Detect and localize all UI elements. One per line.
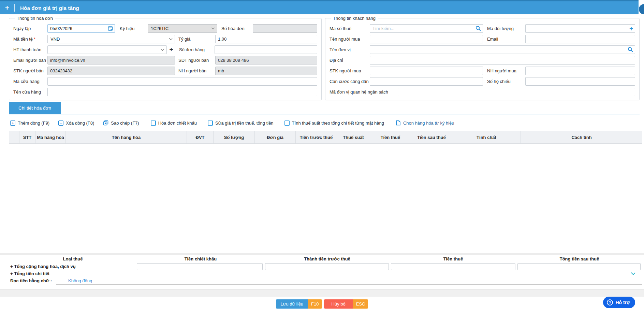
delete-row-label: Xóa dòng (F8)	[66, 120, 94, 126]
items-table-header: STT Mã hàng hóa Tên hàng hóa ĐVT Số lượn…	[9, 131, 642, 144]
expand-detail-chevron-icon[interactable]	[631, 271, 635, 275]
address-label: Địa chỉ	[330, 58, 370, 63]
add-row-button[interactable]: + Thêm dòng (F9)	[10, 120, 49, 126]
tax-total-input[interactable]	[391, 263, 515, 270]
payment-method-select[interactable]	[47, 45, 167, 54]
company-name-label: Tên đơn vị	[330, 47, 370, 52]
copy-row-button[interactable]: Sao chép (F7)	[103, 120, 139, 126]
store-code-input[interactable]	[47, 77, 317, 86]
citizen-id-input[interactable]	[370, 77, 483, 86]
seller-account-label: STK người bán	[13, 68, 47, 73]
copy-row-label: Sao chép (F7)	[111, 120, 139, 126]
header-cell-item-code: Mã hàng hóa	[35, 131, 66, 143]
add-payment-method-button[interactable]: +	[167, 46, 176, 53]
help-button[interactable]: ? Hỗ trợ	[603, 297, 635, 308]
row-payment-order: HT thanh toán + Số đơn hàng	[13, 45, 317, 54]
delete-row-button[interactable]: − Xóa dòng (F8)	[58, 120, 94, 126]
total-detail-label: + Tổng tiền chi tiết	[10, 271, 49, 276]
order-number-label: Số đơn hàng	[176, 47, 215, 52]
pick-goods-label: Chọn hàng hóa từ ký hiệu	[403, 120, 454, 126]
document-icon	[396, 120, 401, 126]
discount-total-input[interactable]	[137, 263, 263, 270]
chevron-down-icon	[161, 47, 164, 51]
discount-invoice-option: Hóa đơn chiết khấu	[151, 120, 197, 126]
buyer-email-input[interactable]	[525, 35, 635, 43]
invoice-number-input	[253, 24, 317, 33]
tax-by-total-option: Tính thuế suất theo tổng chi tiết từng m…	[284, 120, 384, 126]
calendar-icon[interactable]	[108, 26, 113, 31]
passport-label: Số hộ chiếu	[483, 79, 525, 84]
add-invoice-tab-button[interactable]: +	[0, 4, 14, 12]
tax-code-search-input[interactable]	[370, 24, 483, 33]
buyer-account-input[interactable]	[370, 67, 483, 75]
address-input[interactable]	[370, 56, 635, 65]
tax-code-label: Mã số thuế	[330, 26, 370, 31]
header-cell-property: Tính chất	[452, 131, 521, 143]
store-name-input[interactable]	[47, 88, 317, 96]
cancel-button-label: Hủy bỏ	[324, 299, 353, 309]
exchange-rate-input[interactable]	[215, 35, 317, 43]
seller-phone-input	[215, 56, 317, 65]
currency-label: Mã tiền tệ*	[13, 37, 47, 42]
passport-input[interactable]	[525, 77, 635, 86]
company-name-input[interactable]	[370, 45, 635, 54]
row-taxcode-object: Mã số thuế Mã đối tượng +	[330, 24, 635, 33]
chevron-down-icon	[211, 26, 215, 29]
citizen-id-label: Căn cước công dân	[330, 79, 370, 84]
issue-date-label: Ngày lập	[13, 26, 47, 31]
header-cell-aftertax-amount: Tiền sau thuế	[411, 131, 452, 143]
cancel-hotkey-badge: ESC	[353, 299, 368, 309]
checkbox-edit-tax-total[interactable]	[208, 120, 213, 126]
tab-invoice-detail[interactable]: Chi tiết hóa đơn	[9, 102, 61, 114]
object-code-input[interactable]	[525, 24, 635, 33]
pretax-total-input[interactable]	[265, 263, 389, 270]
footer-divider-band	[0, 289, 644, 297]
company-search-icon[interactable]	[628, 47, 633, 52]
header-cell-item-name: Tên hàng hóa	[66, 131, 187, 143]
row-seller-bank: STK người bán NH người bán	[13, 66, 317, 75]
budget-code-input[interactable]	[398, 88, 635, 96]
pick-goods-button[interactable]: Chọn hàng hóa từ ký hiệu	[396, 120, 454, 126]
checkbox-tax-by-total[interactable]	[284, 120, 290, 126]
tax-by-total-label: Tính thuế suất theo tổng chi tiết từng m…	[292, 120, 384, 126]
search-icon[interactable]	[475, 26, 481, 31]
invoice-number-label: Số hóa đơn	[217, 26, 253, 31]
header-cell-tax-rate: Thuế suất	[337, 131, 370, 143]
grand-total-input[interactable]	[517, 263, 641, 270]
header-cell-pretax-amount: Tiền trước thuế	[296, 131, 337, 143]
row-store-name: Tên cửa hàng	[13, 87, 317, 96]
customer-info-panel: Thông tin khách hàng Mã số thuế Mã đối t…	[325, 16, 640, 100]
cancel-button[interactable]: Hủy bỏ ESC	[324, 299, 368, 309]
amount-in-words-underline	[56, 284, 642, 285]
seller-bank-input	[215, 67, 317, 75]
exchange-rate-label: Tỷ giá	[175, 37, 215, 42]
row-address: Địa chỉ	[330, 56, 635, 65]
edge-floating-button[interactable]	[639, 4, 644, 14]
header-cell-calc-method: Cách tính	[521, 131, 642, 143]
help-button-label: Hỗ trợ	[615, 300, 630, 305]
buyer-name-label: Tên người mua	[330, 37, 370, 42]
summary-col-discount: Tiền chiết khấu	[137, 256, 264, 261]
edit-tax-total-label: Sửa giá trị tiền thuế, tổng tiền	[215, 120, 274, 126]
store-code-label: Mã cửa hàng	[13, 79, 47, 84]
checkbox-discount-invoice[interactable]	[151, 120, 156, 126]
row-seller-contact: Email người bán SDT người bán	[13, 56, 317, 65]
save-button[interactable]: Lưu dữ liệu F10	[276, 299, 322, 309]
required-asterisk: *	[34, 37, 35, 42]
header-cell-tax-amount: Tiền thuế	[370, 131, 411, 143]
order-number-input[interactable]	[215, 45, 317, 54]
symbol-select-value: 1C26TIC	[151, 26, 169, 31]
payment-method-label: HT thanh toán	[13, 47, 47, 52]
add-object-button[interactable]: +	[629, 25, 633, 32]
symbol-select[interactable]: 1C26TIC	[148, 24, 217, 33]
currency-select[interactable]: VND	[47, 35, 175, 43]
buyer-bank-input[interactable]	[525, 67, 635, 75]
detail-toolbar: + Thêm dòng (F9) − Xóa dòng (F8) Sao ché…	[10, 118, 463, 128]
row-company: Tên đơn vị	[330, 45, 635, 54]
currency-select-value: VND	[50, 37, 60, 42]
budget-code-label: Mã đơn vị quan hệ ngân sách	[330, 89, 398, 95]
issue-date-input[interactable]	[47, 24, 115, 33]
buyer-bank-label: NH người mua	[483, 68, 525, 73]
summary-column-headers: Loại thuế Tiền chiết khấu Thành tiền trư…	[9, 256, 642, 261]
buyer-name-input[interactable]	[370, 35, 483, 43]
